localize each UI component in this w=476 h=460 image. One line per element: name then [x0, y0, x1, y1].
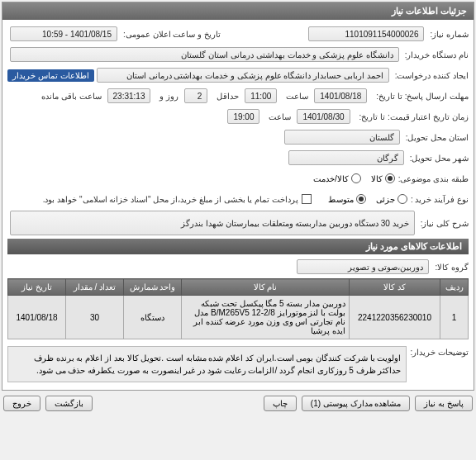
th-idx: ردیف: [440, 279, 469, 296]
group-value: دوربین،صوتی و تصویر: [297, 259, 429, 274]
bottom-bar: پاسخ به نیاز مشاهده مدارک پیوستی (1) چاپ…: [0, 392, 476, 415]
row-budget: طبقه بندی موضوعی: کالا کالا/خدمت: [7, 169, 469, 187]
radio-moto[interactable]: متوسط: [328, 194, 366, 204]
items-section-header: اطلاعات کالاهای مورد نیاز: [7, 239, 469, 254]
province-label: استان محل تحویل:: [402, 133, 469, 142]
province-value: گلستان: [284, 130, 400, 145]
announce-value: 1401/08/15 - 10:59: [10, 26, 117, 41]
contact-badge[interactable]: اطلاعات تماس خریدار: [7, 69, 94, 82]
credit-label: زمان تاریخ اعتبار قیمت: تا تاریخ:: [356, 112, 469, 121]
row-city: شهر محل تحویل: گرگان: [7, 149, 469, 167]
radio-khadamat[interactable]: کالا/خدمت: [313, 173, 361, 183]
attachments-button[interactable]: مشاهده مدارک پیوستی (1): [302, 396, 411, 411]
row-creator: ایجاد کننده درخواست: احمد اربابی حسابدار…: [7, 66, 469, 84]
payment-checkbox[interactable]: [302, 194, 312, 204]
row-deadline: مهلت ارسال پاسخ: تا تاریخ: 1401/08/18 سا…: [7, 87, 469, 105]
radio-dot-icon: [397, 194, 407, 204]
table-row: 1 2241220356230010 دوربین مدار بسته 5 مگ…: [8, 296, 469, 339]
need-details-panel: جزئیات اطلاعات نیاز شماره نیاز: 11010911…: [2, 2, 474, 391]
exit-button[interactable]: خروج: [3, 396, 40, 411]
buyer-org-value: دانشگاه علوم پزشکی و خدمات بهداشتی درمان…: [10, 47, 399, 62]
credit-date: 1401/08/30: [297, 109, 350, 124]
bottom-left-group: پاسخ به نیاز مشاهده مدارک پیوستی (1) چاپ: [264, 396, 473, 411]
need-number-label: شماره نیاز:: [426, 30, 469, 39]
cell-date: 1401/08/18: [8, 296, 66, 339]
creator-label: ایجاد کننده درخواست:: [392, 71, 469, 80]
notes-text: اولویت با شرکت کنندگان بومی است.ایران کد…: [7, 346, 407, 382]
row-credit: زمان تاریخ اعتبار قیمت: تا تاریخ: 1401/0…: [7, 107, 469, 126]
radio-dot-checked-icon: [356, 194, 366, 204]
panel-title: جزئیات اطلاعات نیاز: [2, 2, 474, 20]
time-label-2: ساعت: [265, 112, 291, 121]
days-value: 2: [184, 88, 207, 103]
day-and-label: روز و: [156, 92, 178, 101]
row-group: گروه کالا: دوربین،صوتی و تصویر: [7, 258, 469, 276]
process-label: نوع فرآیند خرید :: [407, 195, 469, 204]
th-code: کد کالا: [350, 279, 440, 296]
cell-idx: 1: [440, 296, 469, 339]
announce-label: تاریخ و ساعت اعلان عمومی:: [120, 30, 221, 39]
min-label: حداقل: [213, 92, 239, 101]
remaining-label: ساعت باقی مانده: [38, 92, 102, 101]
summary-value: خرید 30 دستگاه دوربین مداربسته ومتعلقات …: [10, 211, 415, 235]
th-unit: واحد شمارش: [124, 279, 182, 296]
summary-label: شرح کلی نیاز:: [417, 219, 469, 228]
credit-time: 19:00: [227, 109, 259, 124]
row-summary: شرح کلی نیاز: خرید 30 دستگاه دوربین مدار…: [7, 211, 469, 235]
items-table: ردیف کد کالا نام کالا واحد شمارش تعداد /…: [7, 278, 469, 339]
city-label: شهر محل تحویل:: [407, 154, 469, 163]
th-qty: تعداد / مقدار: [66, 279, 124, 296]
row-province: استان محل تحویل: گلستان: [7, 128, 469, 146]
deadline-time: 11:00: [245, 88, 277, 103]
back-button[interactable]: بازگشت: [45, 396, 93, 411]
notes-label: توضیحات خریدار:: [407, 343, 469, 357]
buyer-org-label: نام دستگاه خریدار:: [402, 50, 469, 59]
cell-qty: 30: [66, 296, 124, 339]
deadline-date: 1401/08/18: [314, 88, 367, 103]
budget-radio-group: کالا کالا/خدمت: [313, 173, 395, 183]
radio-joz[interactable]: جزئی: [376, 194, 407, 204]
cell-name: دوربین مدار بسته 5 مگا پیکسل تحت شبکه بو…: [182, 296, 350, 339]
radio-kala[interactable]: کالا: [371, 173, 395, 183]
group-label: گروه کالا:: [431, 263, 469, 272]
row-buyer-org: نام دستگاه خریدار: دانشگاه علوم پزشکی و …: [7, 45, 469, 64]
bottom-right-group: بازگشت خروج: [3, 396, 93, 411]
city-value: گرگان: [288, 150, 404, 165]
creator-value: احمد اربابی حسابدار دانشگاه علوم پزشکی و…: [97, 68, 389, 83]
budget-label: طبقه بندی موضوعی:: [395, 174, 469, 183]
process-radio-group: جزئی متوسط: [328, 194, 407, 204]
table-header-row: ردیف کد کالا نام کالا واحد شمارش تعداد /…: [8, 279, 469, 296]
payment-text: پرداخت تمام یا بخشی از مبلغ خرید،از محل …: [40, 195, 302, 204]
row-process: نوع فرآیند خرید : جزئی متوسط پرداخت تمام…: [7, 190, 469, 208]
cell-unit: دستگاه: [124, 296, 182, 339]
reply-button[interactable]: پاسخ به نیاز: [415, 396, 473, 411]
print-button[interactable]: چاپ: [264, 396, 297, 411]
panel-body: شماره نیاز: 1101091154000026 تاریخ و ساع…: [2, 20, 474, 390]
th-name: نام کالا: [182, 279, 350, 296]
row-notes: توضیحات خریدار: اولویت با شرکت کنندگان ب…: [7, 343, 469, 382]
need-number-value: 1101091154000026: [308, 26, 424, 41]
time-label-1: ساعت: [283, 92, 308, 101]
row-need-number: شماره نیاز: 1101091154000026 تاریخ و ساع…: [7, 25, 469, 43]
radio-dot-checked-icon: [385, 173, 395, 183]
th-date: تاریخ نیاز: [8, 279, 66, 296]
cell-code: 2241220356230010: [350, 296, 440, 339]
deadline-label: مهلت ارسال پاسخ: تا تاریخ:: [373, 92, 469, 101]
radio-dot-icon: [351, 173, 361, 183]
remaining-time: 23:31:13: [107, 88, 151, 103]
